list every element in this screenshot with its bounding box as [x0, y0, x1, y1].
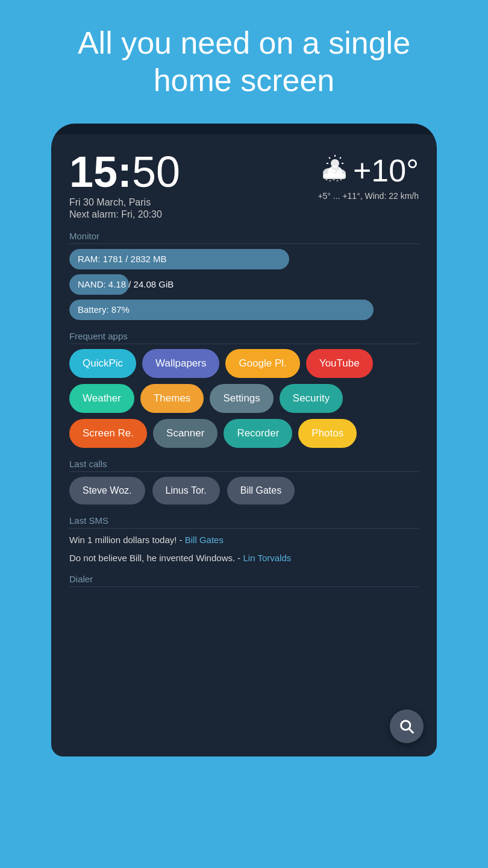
sms-sender-0: Bill Gates [185, 535, 224, 545]
clock-weather-row: 15:50 Fri 30 March, Paris Next alarm: Fr… [69, 150, 419, 220]
ram-bar: RAM: 1781 / 2832 MB [69, 249, 419, 269]
hero-text: All you need on a single home screen [0, 0, 488, 118]
call-btn-stevewoz.[interactable]: Steve Woz. [69, 477, 145, 505]
app-btn-scanner[interactable]: Scanner [153, 419, 217, 448]
svg-point-17 [340, 179, 342, 181]
app-btn-security[interactable]: Security [280, 384, 343, 413]
svg-rect-12 [323, 174, 346, 179]
time-display: 15:50 [69, 150, 180, 193]
weather-block: +10° +5° ... +11°, Wind: 22 km/h [318, 153, 419, 201]
nand-bar: NAND: 4.18 / 24.08 GiB [69, 274, 419, 295]
svg-point-15 [333, 179, 334, 181]
hero-line1: All you need on a single [78, 25, 410, 60]
phone-wrapper: 15:50 Fri 30 March, Paris Next alarm: Fr… [0, 124, 488, 756]
app-btn-weather[interactable]: Weather [69, 384, 134, 413]
search-icon [398, 718, 415, 735]
clock-block: 15:50 Fri 30 March, Paris Next alarm: Fr… [69, 150, 180, 220]
sms-message-1: Do not believe Bill, he invented Windows… [69, 552, 419, 565]
hours: 15 [69, 148, 117, 196]
app-btn-googlepl.[interactable]: Google Pl. [225, 349, 299, 378]
nand-text: NAND: 4.18 / 24.08 GiB [69, 279, 174, 289]
svg-point-14 [329, 180, 331, 182]
app-btn-settings[interactable]: Settings [210, 384, 273, 413]
calls-row: Steve Woz.Linus Tor.Bill Gates [69, 477, 419, 505]
weather-icon-temp: +10° [318, 153, 419, 189]
app-btn-screenre.[interactable]: Screen Re. [69, 419, 147, 448]
fab-search-button[interactable] [390, 709, 424, 743]
svg-point-13 [325, 179, 327, 181]
app-btn-youtube[interactable]: YouTube [306, 349, 373, 378]
date-line: Fri 30 March, Paris [69, 197, 180, 208]
ram-text: RAM: 1781 / 2832 MB [69, 254, 167, 264]
app-btn-quickpic[interactable]: QuickPic [69, 349, 136, 378]
phone-top-bar [51, 124, 437, 134]
call-btn-linustor.[interactable]: Linus Tor. [152, 477, 220, 505]
sms-message-0: Win 1 million dollars today! - Bill Gate… [69, 533, 419, 547]
svg-line-7 [340, 157, 341, 159]
svg-line-5 [329, 157, 330, 159]
svg-line-19 [409, 729, 413, 732]
battery-bar: Battery: 87% [69, 300, 419, 320]
svg-point-16 [336, 180, 338, 182]
app-btn-recorder[interactable]: Recorder [224, 419, 292, 448]
app-btn-wallpapers[interactable]: Wallpapers [142, 349, 219, 378]
monitor-section-label: Monitor [69, 231, 419, 244]
dialer-section-label: Dialer [69, 574, 419, 587]
weather-temp: +10° [353, 153, 419, 189]
last-calls-section-label: Last calls [69, 459, 419, 472]
colon: : [117, 148, 132, 196]
weather-icon [318, 154, 348, 187]
app-btn-photos[interactable]: Photos [298, 419, 357, 448]
alarm-line: Next alarm: Fri, 20:30 [69, 209, 180, 220]
last-sms-section-label: Last SMS [69, 515, 419, 529]
sms-messages: Win 1 million dollars today! - Bill Gate… [69, 533, 419, 565]
minutes: 50 [132, 148, 180, 196]
apps-grid: QuickPicWallpapersGoogle Pl.YouTubeWeath… [69, 349, 419, 448]
weather-detail: +5° ... +11°, Wind: 22 km/h [318, 191, 419, 201]
frequent-apps-section-label: Frequent apps [69, 331, 419, 344]
battery-text: Battery: 87% [69, 304, 130, 315]
phone-device: 15:50 Fri 30 March, Paris Next alarm: Fr… [51, 124, 437, 756]
call-btn-billgates[interactable]: Bill Gates [227, 477, 295, 505]
app-btn-themes[interactable]: Themes [140, 384, 204, 413]
hero-line2: home screen [154, 63, 335, 98]
sms-sender-1: Lin Torvalds [243, 553, 291, 563]
